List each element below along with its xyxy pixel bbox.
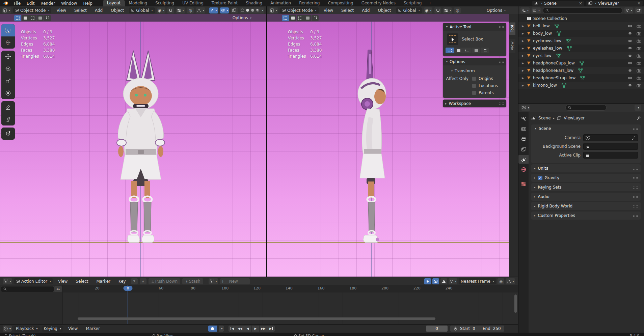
active-clip-field[interactable] (583, 152, 638, 159)
action-up-button[interactable]: ▲ (140, 278, 146, 284)
select-subtract-button[interactable] (463, 48, 472, 53)
panel-grip[interactable] (633, 186, 638, 189)
outliner-display-mode-dropdown[interactable]: ▾ (520, 7, 530, 13)
box-select-mode-toggle[interactable] (432, 278, 439, 284)
units-panel-header[interactable]: ▸Units (531, 164, 641, 172)
dopesheet-menu-view[interactable]: View (55, 279, 71, 284)
scale-tool[interactable] (1, 75, 15, 87)
scene-selector[interactable]: ▾ Scene ✕ (532, 1, 584, 6)
select-intersect-button[interactable] (481, 48, 489, 53)
workspace-panel-header[interactable]: ▸Workspace (443, 100, 506, 107)
gravity-checkbox[interactable]: ✓ (538, 176, 542, 180)
outliner-search-input[interactable] (543, 7, 622, 13)
outliner-filter-dropdown[interactable]: ▾ (624, 7, 633, 13)
expand-arrow[interactable]: ▶ (520, 54, 525, 57)
disable-in-renders-icon[interactable] (637, 39, 641, 43)
expand-arrow[interactable]: ▶ (520, 84, 525, 87)
disable-in-renders-icon[interactable] (637, 24, 641, 28)
hide-in-viewport-icon[interactable] (627, 76, 633, 80)
falloff-dropdown[interactable]: ▾ (506, 278, 515, 284)
channel-search-input[interactable] (1, 286, 54, 292)
menu-help[interactable]: Help (80, 1, 95, 6)
outliner-row-body_low[interactable]: ▶body_low (518, 30, 644, 37)
panel-grip[interactable] (633, 167, 638, 170)
disable-in-renders-icon[interactable] (637, 76, 641, 80)
viewport-menu-select[interactable]: Select (338, 8, 357, 13)
properties-tab-texture[interactable] (518, 180, 529, 189)
hide-in-viewport-icon[interactable] (627, 84, 633, 87)
playback-dropdown[interactable]: Playback▾ (14, 326, 40, 332)
expand-arrow[interactable]: ▶ (520, 39, 525, 43)
outliner-row-eyes_low[interactable]: ▶eyes_low (518, 52, 644, 59)
start-value[interactable]: 0 (473, 326, 475, 331)
rotate-tool[interactable] (1, 63, 15, 75)
add-cube-tool[interactable] (1, 128, 15, 140)
panel-grip[interactable] (633, 215, 638, 217)
unlink-scene-icon[interactable]: ✕ (579, 1, 582, 6)
pin-icon[interactable] (637, 116, 641, 120)
origins-checkbox[interactable] (472, 77, 476, 81)
snap-magnet-toggle[interactable] (434, 7, 441, 13)
properties-tab-view-layer[interactable] (518, 145, 529, 153)
workspace-tab-sculpting[interactable]: Sculpting (151, 0, 178, 6)
breadcrumb-scene[interactable]: Scene (538, 116, 551, 120)
expand-arrow[interactable]: ▶ (520, 69, 525, 72)
outliner-row-scene-collection[interactable]: Scene Collection (518, 15, 644, 22)
select-new-button[interactable] (14, 15, 21, 21)
properties-options-dropdown[interactable]: ▾ (635, 105, 641, 111)
active-tool-panel-header[interactable]: ▾Active Tool (443, 23, 506, 31)
eyedropper-icon[interactable] (632, 136, 636, 140)
locations-checkbox[interactable] (472, 84, 476, 88)
jump-to-start-button[interactable]: ◀ (229, 326, 236, 332)
workspace-tab-rendering[interactable]: Rendering (295, 0, 324, 6)
select-new-button[interactable] (446, 48, 454, 53)
hide-in-viewport-icon[interactable] (627, 39, 633, 43)
expand-arrow[interactable]: ▶ (520, 62, 525, 65)
xray-toggle[interactable] (231, 7, 238, 13)
outliner-row-belt_low[interactable]: ▶belt_low (518, 22, 644, 30)
pivot-dropdown[interactable]: ◉▾ (157, 7, 165, 13)
properties-tab-world[interactable] (518, 165, 529, 174)
outliner-row-headphoneCups_low[interactable]: ▶headphoneCups_low (518, 59, 644, 67)
snap-mode-dropdown[interactable]: Nearest Frame▾ (459, 278, 496, 284)
expand-arrow[interactable]: ▶ (520, 32, 525, 35)
collection-name[interactable]: Scene Collection (533, 16, 567, 21)
panel-grip[interactable] (499, 102, 504, 105)
object-name[interactable]: headphoneCups_low (533, 61, 575, 65)
panel-grip[interactable] (499, 60, 504, 63)
sidebar-tab-tool[interactable]: Tool (509, 22, 515, 35)
editor-type-button[interactable]: ▾ (3, 278, 12, 284)
hide-in-viewport-icon[interactable] (627, 47, 633, 50)
select-cursor-toggle[interactable] (424, 278, 431, 284)
menu-render[interactable]: Render (37, 1, 58, 6)
menu-file[interactable]: File (11, 1, 24, 6)
viewport-menu-view[interactable]: View (53, 8, 69, 13)
transform-tool[interactable] (1, 87, 15, 99)
orientation-dropdown[interactable]: Global ▾ (396, 7, 422, 13)
disable-in-renders-icon[interactable] (637, 84, 641, 87)
select-intersect-button[interactable] (44, 15, 51, 21)
action-id-dropdown[interactable]: ▾ (209, 278, 218, 284)
keying-sets-panel-header[interactable]: ▸Keying Sets (531, 183, 641, 191)
workspace-tab-texture-paint[interactable]: Texture Paint (208, 0, 242, 6)
disable-in-renders-icon[interactable] (637, 69, 641, 73)
outliner-row-eyelashes_low[interactable]: ▶eyelashes_low (518, 45, 644, 52)
dopesheet-mode-dropdown[interactable]: Action Editor ▾ (14, 278, 53, 284)
outliner-row-eyebrows_low[interactable]: ▶eyebrows_low (518, 37, 644, 45)
stash-button[interactable]: ∗Stash (182, 278, 203, 284)
viewport-canvas-front[interactable]: Objects0 / 9 Vertices3,527 Edges6,884 Fa… (0, 22, 266, 277)
hide-in-viewport-icon[interactable] (627, 32, 633, 35)
hide-in-viewport-icon[interactable] (627, 69, 633, 72)
select-invert-button[interactable] (472, 48, 480, 53)
new-collection-button[interactable] (635, 7, 642, 13)
viewport-menu-select[interactable]: Select (71, 8, 90, 13)
properties-tab-output[interactable] (518, 135, 529, 143)
object-name[interactable]: kimono_low (533, 83, 557, 88)
panel-grip[interactable] (499, 26, 504, 28)
viewport-menu-object[interactable]: Object (108, 8, 127, 13)
workspace-tab-animation[interactable]: Animation (266, 0, 295, 6)
camera-field[interactable] (583, 134, 638, 141)
viewport-menu-add[interactable]: Add (92, 8, 106, 13)
rigid-body-world-panel-header[interactable]: ▸Rigid Body World (531, 202, 641, 210)
only-errors-toggle[interactable] (440, 278, 447, 284)
